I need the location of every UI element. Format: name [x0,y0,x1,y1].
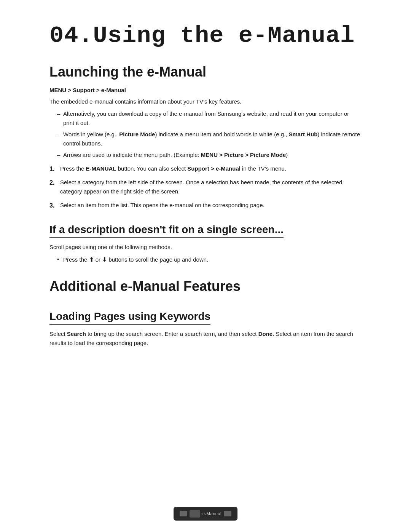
step-1-number: 1. [49,164,54,174]
section4-bold-search: Search [67,331,86,337]
section4-title: Loading Pages using Keywords [49,310,210,325]
section-scroll: If a description doesn't fit on a single… [49,224,362,265]
section4-text-mid: to bring up the search screen. Enter a s… [86,331,258,337]
step-3: 3. Select an item from the list. This op… [49,201,362,210]
bullet-text-3: Arrows are used to indicate the menu pat… [63,152,288,158]
section-keywords: Loading Pages using Keywords Select Sear… [49,310,362,348]
section4-bold-done: Done [258,331,273,337]
step-1: 1. Press the E-MANUAL button. You can al… [49,164,362,173]
section-launching: Launching the e-Manual MENU > Support > … [49,64,362,210]
step-2: 2. Select a category from the left side … [49,178,362,196]
step-1-text: Press the E-MANUAL button. You can also … [60,165,286,172]
section1-title: Launching the e-Manual [49,64,362,80]
main-title: 04.Using the e-Manual [49,23,362,49]
step-3-number: 3. [49,201,54,211]
scroll-text: Press the ⬆ or ⬇ buttons to scroll the p… [63,256,208,263]
toolbar-label: e-Manual [202,511,221,516]
scroll-bullet-1: Press the ⬆ or ⬇ buttons to scroll the p… [57,255,362,265]
section1-bullet-list: Alternatively, you can download a copy o… [57,109,362,160]
bottom-toolbar[interactable]: e-Manual [174,507,237,521]
section3-title: Additional e-Manual Features [49,278,362,294]
page-container: 04.Using the e-Manual Launching the e-Ma… [0,0,411,532]
section2-intro: Scroll pages using one of the following … [49,243,362,252]
section4-text: Select Search to bring up the search scr… [49,329,362,348]
section2-title: If a description doesn't fit on a single… [49,224,284,238]
menu-path: MENU > Support > e-Manual [49,87,362,93]
bullet-text-1: Alternatively, you can download a copy o… [63,110,349,126]
toolbar-icon-right [224,511,231,516]
section1-steps: 1. Press the E-MANUAL button. You can al… [49,164,362,210]
bullet-item-1: Alternatively, you can download a copy o… [57,109,362,128]
section4-text-before: Select [49,331,67,337]
step-2-text: Select a category from the left side of … [60,179,342,195]
toolbar-icon-center [190,510,200,518]
step-2-number: 2. [49,178,54,188]
toolbar-icon-left [180,511,187,516]
step-3-text: Select an item from the list. This opens… [60,202,264,208]
bullet-item-2: Words in yellow (e.g., Picture Mode) ind… [57,130,362,148]
bullet-item-3: Arrows are used to indicate the menu pat… [57,150,362,160]
section1-intro: The embedded e-manual contains informati… [49,97,362,106]
bullet-text-2: Words in yellow (e.g., Picture Mode) ind… [63,131,360,147]
section-additional: Additional e-Manual Features [49,278,362,294]
section2-dot-list: Press the ⬆ or ⬇ buttons to scroll the p… [57,255,362,265]
